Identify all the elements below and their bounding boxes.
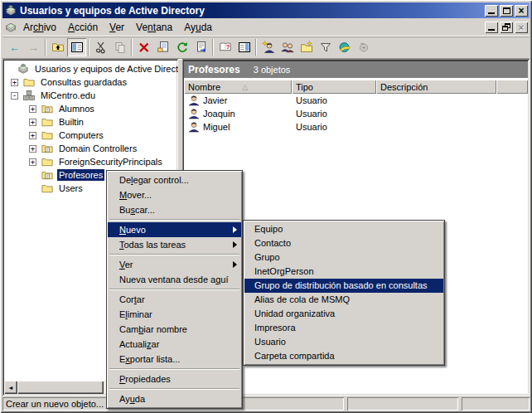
submenu-item-carpeta-compartida[interactable]: Carpeta compartida	[244, 349, 443, 363]
copy-button[interactable]	[110, 38, 129, 56]
maximize-button[interactable]	[500, 5, 513, 17]
expand-plus-icon[interactable]: +	[29, 105, 36, 113]
column-header-filler	[496, 80, 528, 94]
expand-plus-icon[interactable]: +	[29, 158, 36, 166]
menu-item-exportar-lista[interactable]: Exportar lista...	[108, 352, 241, 367]
delete-button[interactable]	[134, 38, 153, 56]
column-header-tipo[interactable]: Tipo	[292, 80, 376, 94]
new-user-button[interactable]	[259, 38, 278, 56]
menu-item-ayuda[interactable]: Ayuda	[108, 391, 241, 406]
menu-item-todas-las-tareas[interactable]: Todas las tareas	[108, 237, 241, 252]
up-one-level-button[interactable]	[48, 38, 67, 56]
nuevo-submenu: Equipo Contacto Grupo InetOrgPerson Grup…	[243, 220, 445, 366]
close-button[interactable]: ×	[515, 5, 528, 17]
toolbar-separator	[88, 39, 89, 56]
expand-plus-icon[interactable]: +	[29, 119, 36, 126]
menu-item-nuevo[interactable]: Nuevo	[108, 222, 241, 237]
console-doc-icon[interactable]	[4, 21, 17, 34]
status-segment-3	[462, 397, 530, 411]
menu-ver[interactable]: Ver	[104, 19, 130, 36]
toolbar-separator	[45, 39, 46, 56]
column-header-nombre[interactable]: Nombre△	[184, 80, 292, 94]
menu-item-nueva-ventana[interactable]: Nueva ventana desde aquí	[108, 272, 241, 287]
folder-icon	[22, 76, 36, 89]
submenu-item-usuario[interactable]: Usuario	[244, 335, 443, 349]
back-button[interactable]: ←	[5, 38, 24, 56]
folder-icon	[41, 156, 54, 168]
menu-item-ver[interactable]: Ver	[108, 257, 241, 272]
child-minimize-button[interactable]	[485, 22, 498, 33]
filter-button[interactable]	[316, 38, 335, 56]
menu-archivo[interactable]: Archivo	[17, 19, 62, 36]
user-name: Javier	[203, 95, 227, 105]
tree-item-builtin[interactable]: + Builtin	[4, 115, 177, 129]
cut-button[interactable]	[91, 38, 110, 56]
expander-icon[interactable]	[29, 172, 36, 179]
object-count: 3 objetos	[254, 65, 291, 75]
collapse-minus-icon[interactable]: -	[11, 92, 18, 100]
submenu-item-equipo[interactable]: Equipo	[244, 222, 443, 236]
menu-item-mover[interactable]: Mover...	[108, 187, 241, 202]
menu-item-eliminar[interactable]: Eliminar	[108, 307, 241, 322]
menu-item-propiedades[interactable]: Propiedades	[108, 372, 241, 386]
submenu-item-inetorgperson[interactable]: InetOrgPerson	[244, 265, 443, 279]
submenu-item-alias-msmq[interactable]: Alias de cola de MSMQ	[244, 293, 443, 307]
submenu-item-grupo-distribucion-consultas[interactable]: Grupo de distribución basado en consulta…	[244, 279, 443, 293]
export-list-button[interactable]	[191, 38, 210, 56]
tree-item-computers[interactable]: + Computers	[4, 129, 177, 142]
tree-item-alumnos[interactable]: + Alumnos	[4, 102, 177, 115]
show-console-tree-button[interactable]	[67, 38, 86, 56]
tree-item-root[interactable]: Usuarios y equipos de Active Directory	[4, 62, 177, 75]
menu-item-buscar[interactable]: Buscar...	[108, 202, 241, 217]
list-row-javier[interactable]: Javier Usuario	[184, 94, 528, 107]
properties-button[interactable]	[153, 38, 172, 56]
new-user-icon	[262, 41, 275, 54]
svg-text:?: ?	[225, 43, 230, 51]
menu-item-actualizar[interactable]: Actualizar	[108, 337, 241, 352]
extra-tool-button-disabled[interactable]	[354, 38, 373, 56]
submenu-item-impresora[interactable]: Impresora	[244, 321, 443, 335]
minimize-button[interactable]	[485, 5, 498, 17]
expander-icon[interactable]	[29, 185, 36, 192]
show-taskpad-button[interactable]	[235, 38, 254, 56]
menu-item-cambiar-nombre[interactable]: Cambiar nombre	[108, 322, 241, 337]
properties-icon	[157, 41, 170, 54]
taskpad-icon	[238, 41, 251, 54]
submenu-item-grupo[interactable]: Grupo	[244, 250, 443, 265]
delete-icon	[138, 41, 151, 54]
tree-item-consultas-guardadas[interactable]: + Consultas guardadas	[4, 75, 177, 89]
child-close-button[interactable]: ×	[515, 22, 528, 33]
new-organizational-unit-button[interactable]	[297, 38, 316, 56]
refresh-button[interactable]	[172, 38, 191, 56]
user-name: Miguel	[203, 122, 230, 132]
export-list-icon	[195, 41, 208, 54]
tree-item-label: Alumnos	[57, 103, 96, 114]
menu-item-cortar[interactable]: Cortar	[108, 292, 241, 307]
expand-plus-icon[interactable]: +	[11, 79, 18, 86]
column-header-descripcion[interactable]: Descripción	[376, 80, 496, 94]
submenu-item-contacto[interactable]: Contacto	[244, 236, 443, 250]
list-row-miguel[interactable]: Miguel Usuario	[184, 120, 528, 134]
tree-item-domain-controllers[interactable]: + Domain Controllers	[4, 142, 177, 155]
help-button[interactable]: ?	[215, 38, 235, 56]
menu-ayuda[interactable]: Ayuda	[178, 19, 218, 36]
tree-item-foreignsecurityprincipals[interactable]: + ForeignSecurityPrincipals	[4, 155, 177, 168]
scroll-left-button[interactable]: ◄	[4, 381, 17, 394]
menu-item-delegar-control[interactable]: Delegar control...	[108, 172, 241, 187]
submenu-item-unidad-organizativa[interactable]: Unidad organizativa	[244, 307, 443, 321]
forward-button[interactable]: →	[24, 38, 43, 56]
tree-item-micentro-edu[interactable]: - MiCentro.edu	[4, 89, 177, 102]
expand-plus-icon[interactable]: +	[29, 132, 36, 139]
expand-plus-icon[interactable]: +	[29, 145, 36, 153]
menu-accion[interactable]: Acción	[62, 19, 104, 36]
scrollbar-thumb[interactable]	[17, 381, 104, 394]
result-pane-title: Profesores	[188, 64, 240, 75]
globe-tool-button[interactable]	[335, 38, 354, 56]
menu-ventana[interactable]: Ventana	[130, 19, 178, 36]
new-group-button[interactable]	[278, 38, 297, 56]
folder-icon	[41, 182, 54, 195]
child-restore-button[interactable]	[500, 22, 513, 33]
filter-icon	[319, 41, 332, 54]
expander-icon[interactable]	[5, 66, 12, 73]
list-row-joaquin[interactable]: Joaquin Usuario	[184, 107, 528, 120]
